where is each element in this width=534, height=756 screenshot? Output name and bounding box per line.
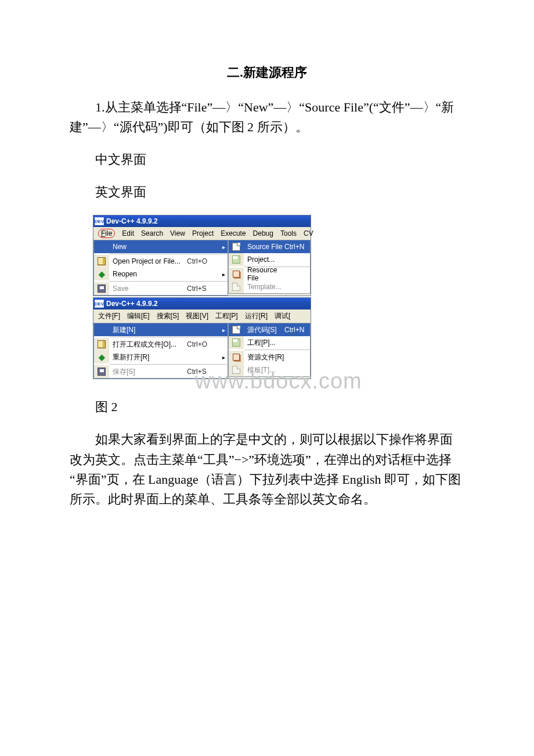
file-reopen-cn[interactable]: ◆ 重新打开[R] ▸ [94,351,228,363]
menu-project-cn[interactable]: 工程[P] [212,311,241,322]
menu-debug-cn[interactable]: 调试[ [271,311,294,322]
new-template-label: Template... [244,283,284,291]
menu-search-cn[interactable]: 搜索[S] [153,311,183,322]
app-icon: DEV [95,217,104,225]
file-open-cn[interactable]: 打开工程或文件[O]... Ctrl+O [94,338,228,351]
menu-edit-cn[interactable]: 编辑[E] [124,311,153,322]
devcpp-window-english: DEV Dev-C++ 4.9.9.2 File Edit Search Vie… [93,215,311,296]
menubar-en: File Edit Search View Project Execute De… [93,227,311,240]
new-project-cn[interactable]: 工程[P]... [229,336,310,349]
blank-icon [94,240,109,253]
file-open-label: 打开工程或文件[O]... [109,340,187,350]
menu-debug[interactable]: Debug [250,228,277,239]
menu-cvs[interactable]: CV [300,228,317,239]
menu-search[interactable]: Search [138,228,167,239]
new-sourcefile-label: 源代码[S] [244,325,284,335]
menu-execute[interactable]: Execute [217,228,249,239]
menu-project[interactable]: Project [189,228,217,239]
new-resourcefile-label: 资源文件[R] [244,352,284,362]
page-icon [229,323,244,336]
file-dropdown-en: New ▸ Open Project or File... Ctrl+O ◆ R… [93,240,228,296]
submenu-arrow-icon: ▸ [219,271,228,278]
project-icon [229,336,244,349]
titlebar: DEV Dev-C++ 4.9.9.2 [93,215,311,227]
new-template: Template... [229,280,310,293]
new-sourcefile-accel: Ctrl+N [284,243,310,251]
new-project[interactable]: Project... [229,253,310,266]
section-heading: 二.新建源程序 [70,64,464,81]
file-reopen[interactable]: ◆ Reopen ▸ [94,268,228,280]
file-open-accel: Ctrl+O [187,340,219,348]
menu-view[interactable]: View [167,228,189,239]
file-open[interactable]: Open Project or File... Ctrl+O [94,255,228,268]
submenu-arrow-icon: ▸ [219,327,228,333]
reopen-icon: ◆ [94,268,109,280]
file-reopen-label: 重新打开[R] [109,352,187,362]
separator [109,281,228,282]
menu-run-cn[interactable]: 运行[R] [241,311,271,322]
file-reopen-label: Reopen [109,270,187,278]
label-chinese-ui: 中文界面 [70,150,464,170]
file-save: Save Ctrl+S [94,282,228,295]
label-english-ui: 英文界面 [70,182,464,202]
file-open-accel: Ctrl+O [187,257,219,265]
open-icon [94,255,109,268]
app-icon: DEV [95,300,104,308]
new-resourcefile-label: Resource File [244,266,284,282]
file-open-label: Open Project or File... [109,257,187,265]
file-new[interactable]: New ▸ [94,240,228,253]
separator [109,337,228,337]
paragraph-switch-lang: 如果大家看到界面上的字是中文的，则可以根据以下操作将界面改为英文。点击主菜单“工… [70,430,464,509]
file-new-label: New [109,243,187,251]
save-icon [94,282,109,295]
app-title: Dev-C++ 4.9.9.2 [106,300,158,308]
blank-icon [94,323,109,336]
titlebar: DEV Dev-C++ 4.9.9.2 [93,298,311,309]
file-save-label: Save [109,285,187,293]
submenu-arrow-icon: ▸ [219,354,228,361]
new-resourcefile-cn[interactable]: 资源文件[R] [229,351,310,363]
separator [244,350,310,350]
new-sourcefile-cn[interactable]: 源代码[S] Ctrl+N [229,323,310,336]
menu-file[interactable]: File [95,228,118,239]
menu-file-cn[interactable]: 文件[F] [95,311,124,322]
new-submenu-en: Source File Ctrl+N Project... Resource F… [228,240,311,294]
figure-caption: 图 2 [70,397,464,417]
submenu-arrow-icon: ▸ [219,244,228,250]
project-icon [229,253,244,266]
menu-tools[interactable]: Tools [277,228,300,239]
devcpp-window-chinese: DEV Dev-C++ 4.9.9.2 文件[F] 编辑[E] 搜索[S] 视图… [93,297,311,379]
save-icon [94,365,109,378]
paragraph-step1: 1.从主菜单选择“File”—〉“New”—〉“Source File”(“文件… [70,98,464,137]
file-new-label: 新建[N] [109,325,187,335]
menu-view-cn[interactable]: 视图[V] [182,311,212,322]
new-sourcefile-accel: Ctrl+N [284,326,310,334]
separator [109,364,228,365]
separator [109,254,228,254]
page-icon [229,240,244,253]
resource-icon [229,351,244,363]
new-project-label: Project... [244,255,284,264]
new-sourcefile[interactable]: Source File Ctrl+N [229,240,310,253]
reopen-icon: ◆ [94,351,109,363]
resource-icon [229,268,244,280]
file-new-cn[interactable]: 新建[N] ▸ [94,323,228,336]
menu-edit[interactable]: Edit [118,228,138,239]
template-icon [229,280,244,293]
open-icon [94,338,109,351]
new-project-label: 工程[P]... [244,338,284,348]
menubar-cn: 文件[F] 编辑[E] 搜索[S] 视图[V] 工程[P] 运行[R] 调试[ [93,309,311,323]
app-title: Dev-C++ 4.9.9.2 [106,217,158,225]
file-save-accel: Ctrl+S [187,285,219,293]
file-save-label: 保存[S] [109,367,187,377]
new-sourcefile-label: Source File [244,243,284,251]
new-resourcefile[interactable]: Resource File [229,268,310,280]
